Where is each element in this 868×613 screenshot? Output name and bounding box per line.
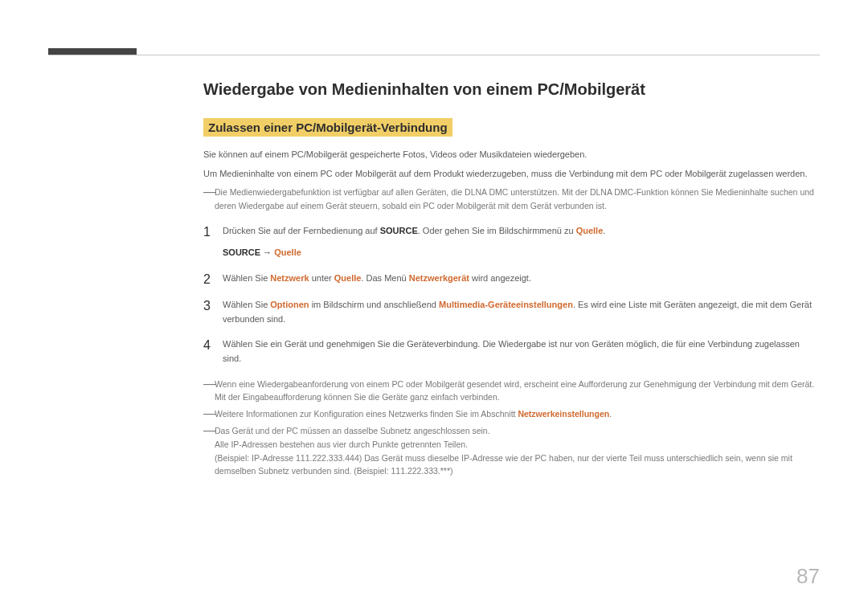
step-text: unter xyxy=(309,273,334,283)
horizontal-rule xyxy=(48,55,820,55)
page-number: 87 xyxy=(796,564,820,589)
step-1-subline: SOURCE → Quelle xyxy=(223,246,820,260)
note-subline: (Beispiel: IP-Adresse 111.222.333.444) D… xyxy=(215,452,820,479)
step-text: . xyxy=(603,226,605,235)
keyword-optionen: Optionen xyxy=(270,300,309,309)
document-page: Wiedergabe von Medieninhalten von einem … xyxy=(0,0,868,613)
note-item: ― Wenn eine Wiedergabeanforderung von ei… xyxy=(203,378,820,405)
keyword-netzwerkeinstellungen: Netzwerkeinstellungen xyxy=(518,409,609,419)
step-text: Wählen Sie xyxy=(223,273,270,283)
step-body: Wählen Sie ein Gerät und genehmigen Sie … xyxy=(223,337,820,366)
note-item: ― Das Gerät und der PC müssen an dasselb… xyxy=(203,424,820,478)
step-text: . Oder gehen Sie im Bildschirmmenü zu xyxy=(418,226,576,235)
step-text: Drücken Sie auf der Fernbedienung auf xyxy=(223,226,380,235)
keyword-quelle: Quelle xyxy=(274,247,301,257)
step-number: 3 xyxy=(203,298,223,326)
step-text: im Bildschirm und anschließend xyxy=(309,300,439,309)
section-heading: Zulassen einer PC/Mobilgerät-Verbindung xyxy=(203,118,452,137)
note-dash-icon: ― xyxy=(203,186,215,213)
keyword-source: SOURCE xyxy=(380,226,418,235)
note-line: Das Gerät und der PC müssen an dasselbe … xyxy=(215,424,820,438)
step-list: 1 Drücken Sie auf der Fernbedienung auf … xyxy=(203,224,820,366)
step-body: Drücken Sie auf der Fernbedienung auf SO… xyxy=(223,224,820,260)
note-dash-icon: ― xyxy=(203,407,215,421)
step-text: wird angezeigt. xyxy=(469,273,531,283)
step-2: 2 Wählen Sie Netzwerk unter Quelle. Das … xyxy=(203,272,820,287)
keyword-multimedia: Multimedia-Geräteeinstellungen xyxy=(439,300,573,309)
note-item: ― Weitere Informationen zur Konfiguratio… xyxy=(203,407,820,421)
note-dash-icon: ― xyxy=(203,378,215,405)
keyword-source: SOURCE xyxy=(223,247,260,257)
top-note: ― Die Medienwiedergabefunktion ist verfü… xyxy=(203,186,820,213)
step-1: 1 Drücken Sie auf der Fernbedienung auf … xyxy=(203,224,820,260)
step-body: Wählen Sie Optionen im Bildschirm und an… xyxy=(223,298,820,326)
step-number: 1 xyxy=(203,224,223,260)
content-area: Wiedergabe von Medieninhalten von einem … xyxy=(203,80,820,481)
note-text: Wenn eine Wiedergabeanforderung von eine… xyxy=(215,378,820,405)
keyword-quelle: Quelle xyxy=(334,273,362,283)
step-text: Wählen Sie xyxy=(223,300,270,309)
step-number: 4 xyxy=(203,337,223,366)
keyword-netzwerk: Netzwerk xyxy=(270,273,309,283)
keyword-quelle: Quelle xyxy=(576,226,604,235)
note-text: Das Gerät und der PC müssen an dasselbe … xyxy=(215,424,820,478)
note-dash-icon: ― xyxy=(203,424,215,478)
step-body: Wählen Sie Netzwerk unter Quelle. Das Me… xyxy=(223,272,820,287)
step-3: 3 Wählen Sie Optionen im Bildschirm und … xyxy=(203,298,820,326)
page-title: Wiedergabe von Medieninhalten von einem … xyxy=(203,80,820,99)
intro-text: Sie können auf einem PC/Mobilgerät gespe… xyxy=(203,148,820,181)
intro-line-1: Sie können auf einem PC/Mobilgerät gespe… xyxy=(203,148,820,162)
step-text: . Das Menü xyxy=(361,273,408,283)
keyword-netzwerkgeraet: Netzwerkgerät xyxy=(409,273,469,283)
note-text-part: . xyxy=(609,409,612,419)
note-text: Weitere Informationen zur Konfiguration … xyxy=(215,407,820,421)
step-number: 2 xyxy=(203,272,223,287)
note-text-part: Weitere Informationen zur Konfiguration … xyxy=(215,409,518,419)
top-note-text: Die Medienwiedergabefunktion ist verfügb… xyxy=(215,186,820,213)
step-4: 4 Wählen Sie ein Gerät und genehmigen Si… xyxy=(203,337,820,366)
bottom-notes: ― Wenn eine Wiedergabeanforderung von ei… xyxy=(203,378,820,479)
header-bar xyxy=(48,48,137,55)
intro-line-2: Um Medieninhalte von einem PC oder Mobil… xyxy=(203,167,820,182)
note-subline: Alle IP-Adressen bestehen aus vier durch… xyxy=(215,438,820,452)
arrow-icon: → xyxy=(260,247,274,257)
